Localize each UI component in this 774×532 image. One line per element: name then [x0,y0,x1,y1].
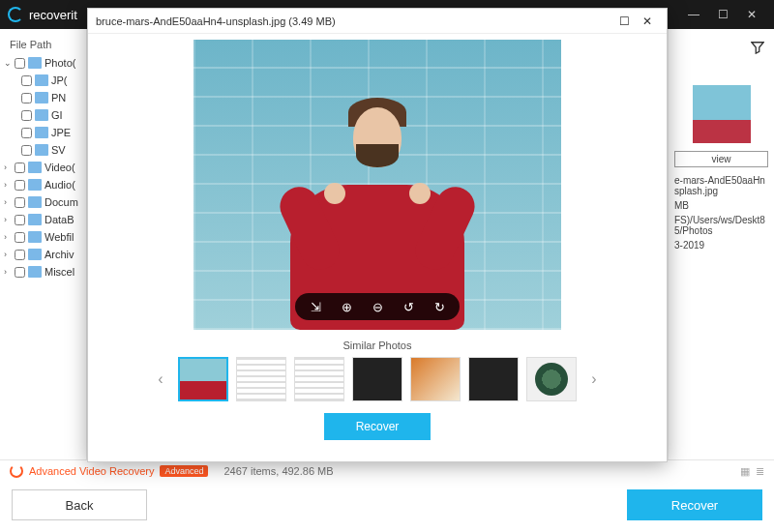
caret-icon[interactable]: › [4,215,12,224]
filter-icon[interactable] [751,41,764,54]
tree-item[interactable]: GI [0,106,86,124]
caret-icon[interactable]: › [4,163,12,172]
tree-item-photo[interactable]: ⌄ Photo( [0,54,86,72]
preview-filesize: (3.49 MB) [288,15,335,27]
similar-thumbnails: ‹ › [151,357,604,401]
detail-size: MB [674,200,768,211]
footer: Advanced Video Recovery Advanced 2467 it… [0,459,774,532]
folder-icon [35,74,48,86]
caret-icon[interactable]: › [4,250,12,259]
next-arrow-icon[interactable]: › [584,365,604,394]
thumbnail-item[interactable] [352,357,402,401]
rotate-cw-icon[interactable]: ↻ [431,298,448,315]
tree-item[interactable]: JP( [0,72,86,89]
file-tree-sidebar: File Path ⌄ Photo( JP( PN GI JPE SV ›Vid… [0,29,87,459]
thumbnail-item[interactable] [468,357,519,401]
minimize-button[interactable]: — [679,0,708,29]
tree-item[interactable]: SV [0,141,86,159]
caret-icon[interactable]: › [4,180,12,190]
thumbnail-item[interactable] [526,357,577,401]
similar-photos-label: Similar Photos [343,340,412,351]
folder-icon [28,249,42,260]
sidebar-header: File Path [10,39,51,50]
tree-item-database[interactable]: ›DataB [0,211,86,228]
tree-item-audio[interactable]: ›Audio( [0,176,86,193]
folder-icon [35,109,48,121]
caret-icon[interactable]: › [4,232,12,242]
fit-screen-icon[interactable]: ⇲ [307,298,324,315]
tree-item-webfiles[interactable]: ›Webfil [0,228,86,246]
tree-checkbox[interactable] [15,232,25,243]
folder-icon [28,266,42,278]
grid-view-icon[interactable]: ▦ [740,465,750,478]
recover-button[interactable]: Recover [627,489,762,520]
folder-icon [35,144,48,156]
advanced-badge: Advanced [160,465,208,477]
view-button[interactable]: view [674,151,768,167]
detail-path: FS)/Users/ws/Deskt85/Photos [674,215,768,236]
zoom-out-icon[interactable]: ⊖ [369,298,386,315]
detail-filename: e-mars-AndE50aaHnsplash.jpg [674,175,768,196]
list-view-icon[interactable]: ≣ [756,465,764,478]
tree-checkbox[interactable] [15,197,25,208]
tree-checkbox[interactable] [15,163,25,173]
folder-icon [28,214,42,225]
folder-icon [28,179,42,191]
tree-item[interactable]: PN [0,89,86,106]
tree-checkbox[interactable] [21,145,32,156]
scan-summary: 2467 items, 492.86 MB [223,465,333,477]
preview-titlebar: bruce-mars-AndE50aaHn4-unsplash.jpg (3.4… [88,9,667,34]
preview-maximize-button[interactable]: ☐ [612,12,636,31]
tree-checkbox[interactable] [21,110,32,121]
back-button[interactable]: Back [12,489,147,520]
folder-icon [35,127,48,138]
maximize-button[interactable]: ☐ [708,0,737,29]
folder-icon [28,162,42,173]
tree-checkbox[interactable] [21,75,32,86]
caret-icon[interactable]: ⌄ [4,58,12,68]
caret-icon[interactable]: › [4,267,12,277]
preview-filename: bruce-mars-AndE50aaHn4-unsplash.jpg [96,15,285,27]
rotate-ccw-icon[interactable]: ↺ [400,298,417,315]
thumbnail-item[interactable] [236,357,286,401]
logo-icon [8,7,23,22]
tree-checkbox[interactable] [21,93,32,103]
folder-icon [35,92,48,103]
thumbnail-item[interactable] [410,357,461,401]
details-panel: view e-mars-AndE50aaHnsplash.jpg MB FS)/… [668,29,774,459]
tree-item-misc[interactable]: ›Miscel [0,263,86,281]
folder-icon [28,196,42,208]
tree-item[interactable]: JPE [0,124,86,141]
tree-checkbox[interactable] [15,180,25,191]
close-button[interactable]: ✕ [737,0,766,29]
thumbnail-item[interactable] [178,357,228,401]
reload-icon [10,464,23,478]
tree-item-documents[interactable]: ›Docum [0,193,86,211]
advanced-recovery-link[interactable]: Advanced Video Recovery [29,465,154,477]
tree-checkbox[interactable] [15,215,25,225]
tree-checkbox[interactable] [15,267,25,278]
folder-icon [28,231,42,243]
preview-dialog: bruce-mars-AndE50aaHn4-unsplash.jpg (3.4… [87,8,668,462]
caret-icon[interactable]: › [4,197,12,207]
zoom-in-icon[interactable]: ⊕ [338,298,355,315]
preview-recover-button[interactable]: Recover [324,413,431,440]
app-name: recoverit [29,8,77,22]
tree-checkbox[interactable] [15,250,25,260]
thumbnail-item[interactable] [294,357,344,401]
tree-checkbox[interactable] [15,58,25,69]
tree-item-video[interactable]: ›Video( [0,159,86,176]
detail-thumbnail [693,85,751,143]
tree-checkbox[interactable] [21,128,32,138]
detail-date: 3-2019 [674,240,768,251]
tree-item-archives[interactable]: ›Archiv [0,246,86,263]
image-toolbar: ⇲ ⊕ ⊖ ↺ ↻ [295,293,460,320]
app-logo: recoverit [8,7,77,22]
preview-close-button[interactable]: ✕ [636,12,659,31]
folder-icon [28,57,42,69]
prev-arrow-icon[interactable]: ‹ [151,365,170,394]
preview-image: ⇲ ⊕ ⊖ ↺ ↻ [194,40,561,330]
